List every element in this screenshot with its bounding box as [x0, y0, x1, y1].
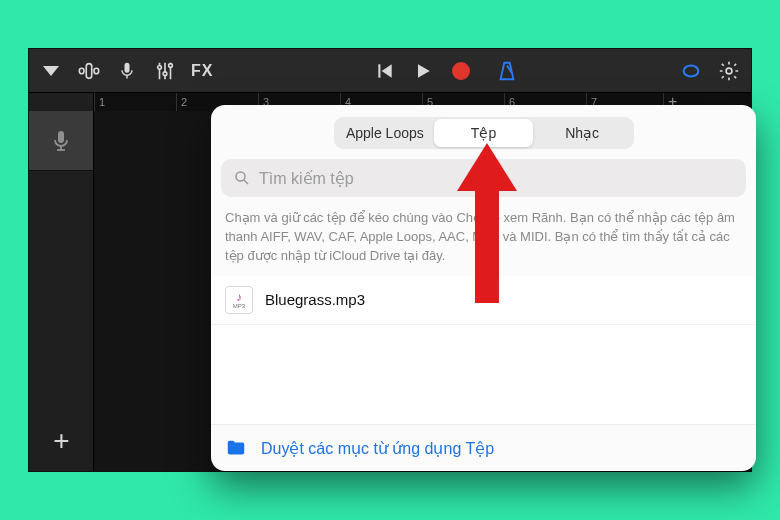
metronome-icon[interactable]	[495, 59, 519, 83]
fx-button[interactable]: FX	[191, 62, 213, 80]
audio-file-icon: ♪ MP3	[225, 286, 253, 314]
svg-point-15	[726, 68, 732, 74]
audio-track-header[interactable]	[29, 111, 93, 171]
svg-marker-13	[418, 64, 430, 77]
svg-marker-12	[382, 64, 392, 77]
view-menu-button[interactable]	[39, 59, 63, 83]
tab-music[interactable]: Nhạc	[533, 119, 632, 147]
svg-rect-0	[86, 63, 92, 78]
svg-rect-1	[79, 68, 84, 74]
microphone-icon[interactable]	[115, 59, 139, 83]
browse-files-label: Duyệt các mục từ ứng dụng Tệp	[261, 439, 494, 458]
main-toolbar: FX	[29, 49, 751, 93]
settings-gear-icon[interactable]	[717, 59, 741, 83]
svg-rect-2	[94, 68, 99, 74]
mixer-sliders-icon[interactable]	[153, 59, 177, 83]
tab-apple-loops[interactable]: Apple Loops	[336, 119, 435, 147]
svg-rect-16	[58, 131, 64, 143]
record-button[interactable]	[449, 59, 473, 83]
source-segmented-control: Apple Loops Tệp Nhạc	[334, 117, 634, 149]
garageband-app: FX	[29, 49, 751, 471]
svg-line-20	[244, 180, 248, 184]
folder-icon	[225, 437, 247, 459]
play-button[interactable]	[411, 59, 435, 83]
add-track-button[interactable]: +	[29, 411, 94, 471]
file-name-label: Bluegrass.mp3	[265, 291, 365, 308]
browse-files-app-button[interactable]: Duyệt các mục từ ứng dụng Tệp	[211, 424, 756, 471]
svg-rect-11	[379, 64, 381, 77]
loop-browser-icon[interactable]	[679, 59, 703, 83]
file-list: ♪ MP3 Bluegrass.mp3	[211, 276, 756, 424]
svg-point-8	[163, 71, 167, 75]
file-row[interactable]: ♪ MP3 Bluegrass.mp3	[211, 276, 756, 325]
svg-rect-3	[125, 62, 130, 72]
loops-files-popover: Apple Loops Tệp Nhạc Tìm kiếm tệp Chạm v…	[211, 105, 756, 471]
search-icon	[233, 169, 251, 187]
search-placeholder: Tìm kiếm tệp	[259, 169, 354, 188]
svg-point-19	[236, 172, 245, 181]
search-input[interactable]: Tìm kiếm tệp	[221, 159, 746, 197]
svg-point-10	[169, 63, 173, 67]
tab-files[interactable]: Tệp	[434, 119, 533, 147]
track-controls-icon[interactable]	[77, 59, 101, 83]
svg-point-6	[158, 65, 162, 69]
files-hint-text: Chạm và giữ các tệp để kéo chúng vào Chế…	[211, 197, 756, 276]
rewind-button[interactable]	[373, 59, 397, 83]
ruler-mark: 1	[94, 93, 176, 111]
